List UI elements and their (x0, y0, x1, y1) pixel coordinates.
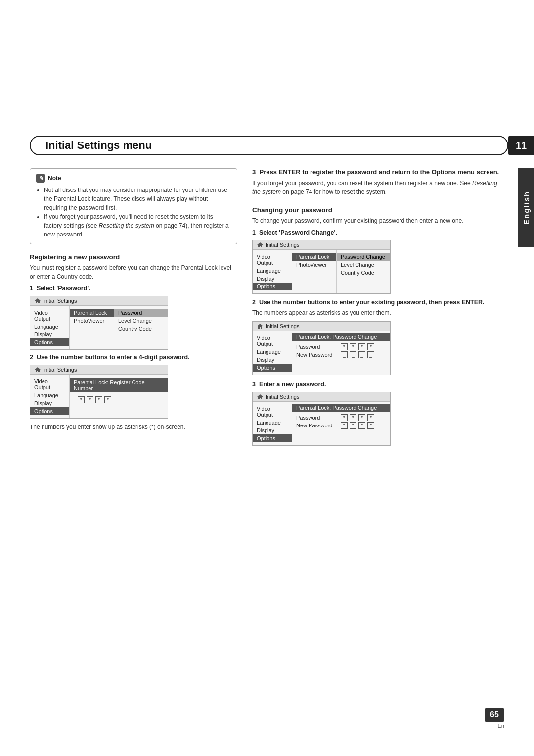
dots-row-2: * * * * (70, 394, 168, 405)
page-number-tab: 11 (508, 136, 534, 155)
right-step3-text: Enter a new password. (259, 381, 326, 388)
step2-note: The numbers you enter show up as asteris… (30, 423, 237, 431)
r3-display: Display (253, 426, 292, 434)
right-step2-heading: 2 Use the number buttons to enter your e… (252, 299, 504, 306)
page-number: 11 (516, 140, 527, 151)
right-step1-menu-screenshot: Initial Settings Video Output Language D… (252, 240, 391, 294)
menu-language-2: Language (30, 391, 69, 399)
changing-text: To change your password, confirm your ex… (252, 216, 504, 225)
menu-title-bar-1: Initial Settings (30, 296, 168, 306)
right-menu-title-2: Initial Settings (266, 323, 299, 329)
r-menu-pw-change-1: Password Change (337, 253, 390, 261)
step2-heading: 2 Use the number buttons to enter a 4-di… (30, 354, 237, 361)
note-title: ✎ Note (36, 174, 231, 183)
step1-text: Select 'Password'. (37, 285, 90, 292)
home-icon-1 (34, 297, 41, 304)
note-item-1: Not all discs that you may consider inap… (44, 186, 231, 212)
home-icon-r3 (257, 393, 264, 400)
step1-number: 1 (30, 285, 37, 292)
r3-options: Options (253, 434, 292, 442)
r-menu-country-1: Country Code (337, 269, 390, 277)
right-menu-body-3: Video Output Language Display Options Pa… (253, 402, 390, 445)
step2-number: 2 (30, 354, 37, 361)
r3-password-label: Password (292, 414, 337, 422)
r2-password-label: Password (292, 343, 337, 351)
bottom-page-number: 65 (485, 708, 504, 722)
r3-row-newpassword: New Password * * * * (292, 422, 390, 429)
page-title: Initial Settings menu (45, 139, 152, 152)
r-menu-video-1: Video Output (253, 253, 292, 267)
r-menu-level-1: Level Change (337, 261, 390, 269)
right-menu-title-bar-3: Initial Settings (253, 392, 390, 402)
r2-row-password: Password * * * * (292, 343, 390, 351)
english-label: English (522, 191, 531, 225)
menu-left-col-1: Video Output Language Display Options (30, 306, 70, 349)
menu-password-1: Password (114, 309, 168, 317)
right-menu-body-2: Video Output Language Display Options Pa… (253, 331, 390, 375)
step1-menu-screenshot: Initial Settings Video Output Language D… (30, 296, 168, 350)
r3-row-password: Password * * * * (292, 414, 390, 422)
note-icon: ✎ (36, 174, 45, 183)
menu-level-change-1: Level Change (114, 317, 168, 325)
menu-right-area-2: Parental Lock: Register Code Number * * … (70, 375, 168, 418)
right-step1-number: 1 (252, 229, 259, 236)
dot-3: * (95, 396, 102, 403)
title-bar: Initial Settings menu (30, 136, 508, 155)
r2-newpw-label: New Password (292, 351, 337, 359)
english-sidebar: English (518, 168, 534, 247)
r2-full-row: Parental Lock: Password Change (292, 333, 390, 341)
menu-video-output-2: Video Output (30, 378, 69, 391)
bottom-language: En (498, 723, 504, 729)
bottom-bar: 65 En (485, 708, 504, 729)
r2-video: Video Output (253, 334, 292, 348)
r-menu-lang-1: Language (253, 267, 292, 275)
r2-newpw-dots: _ _ _ _ (337, 351, 390, 359)
main-content: ✎ Note Not all discs that you may consid… (30, 168, 504, 707)
step2-menu-screenshot: Initial Settings Video Output Language D… (30, 365, 168, 419)
dot-4: * (104, 396, 111, 403)
step1-heading: 1 Select 'Password'. (30, 285, 237, 292)
right-menu-left-1: Video Output Language Display Options (253, 250, 292, 293)
right-menu-right-1: Password Change Level Change Country Cod… (337, 250, 390, 293)
r3-table: Password * * * * New Pas (292, 414, 390, 429)
right-step2-subtext: The numbers appear as asterisks as you e… (252, 308, 504, 317)
r3-newpw-dots-row: * * * * (341, 422, 390, 429)
r-menu-display-1: Display (253, 275, 292, 283)
right-menu-title-bar-2: Initial Settings (253, 322, 390, 331)
menu-country-code-1: Country Code (114, 325, 168, 332)
right-column: 3 Press ENTER to register the password a… (252, 168, 504, 707)
note-item-2: If you forget your password, you'll need… (44, 212, 231, 239)
right-menu-main-3: Parental Lock: Password Change Password … (292, 402, 390, 445)
home-icon-2 (34, 366, 41, 373)
menu-title-bar-2: Initial Settings (30, 365, 168, 375)
step3-main-text: If you forget your password, you can res… (252, 179, 504, 196)
left-column: ✎ Note Not all discs that you may consid… (30, 168, 237, 707)
home-icon-r2 (257, 323, 264, 330)
right-step2-text: Use the number buttons to enter your exi… (259, 299, 485, 306)
menu-item-language-1: Language (30, 323, 69, 331)
r3-password-dots: * * * * (337, 414, 390, 422)
r3-newpw-label: New Password (292, 422, 337, 429)
menu-options-2: Options (30, 407, 69, 415)
r3-full-row: Parental Lock: Password Change (292, 404, 390, 412)
menu-item-options-1: Options (30, 338, 69, 346)
password-dots-2: * * * * (78, 396, 111, 403)
r2-newpw-dots-row: _ _ _ _ (341, 351, 390, 358)
registering-heading: Registering a new password (30, 253, 237, 261)
menu-item-video-output-1: Video Output (30, 309, 69, 323)
menu-item-display-1: Display (30, 331, 69, 338)
registering-text: You must register a password before you … (30, 263, 237, 281)
r3-video: Video Output (253, 405, 292, 419)
right-menu-title-3: Initial Settings (266, 394, 299, 400)
home-icon-r1 (257, 241, 264, 248)
r2-row-newpassword: New Password _ _ _ _ (292, 351, 390, 359)
right-step2-menu-screenshot: Initial Settings Video Output Language D… (252, 321, 391, 375)
menu-left-col-2: Video Output Language Display Options (30, 375, 70, 418)
menu-title-2: Initial Settings (43, 367, 77, 373)
right-menu-left-3: Video Output Language Display Options (253, 402, 292, 445)
menu-body-1: Video Output Language Display Options Pa… (30, 306, 168, 349)
right-step3-heading: 3 Enter a new password. (252, 381, 504, 388)
right-menu-title-bar-1: Initial Settings (253, 240, 390, 250)
r2-lang: Language (253, 348, 292, 356)
r-menu-parental-1: Parental Lock (292, 253, 336, 261)
